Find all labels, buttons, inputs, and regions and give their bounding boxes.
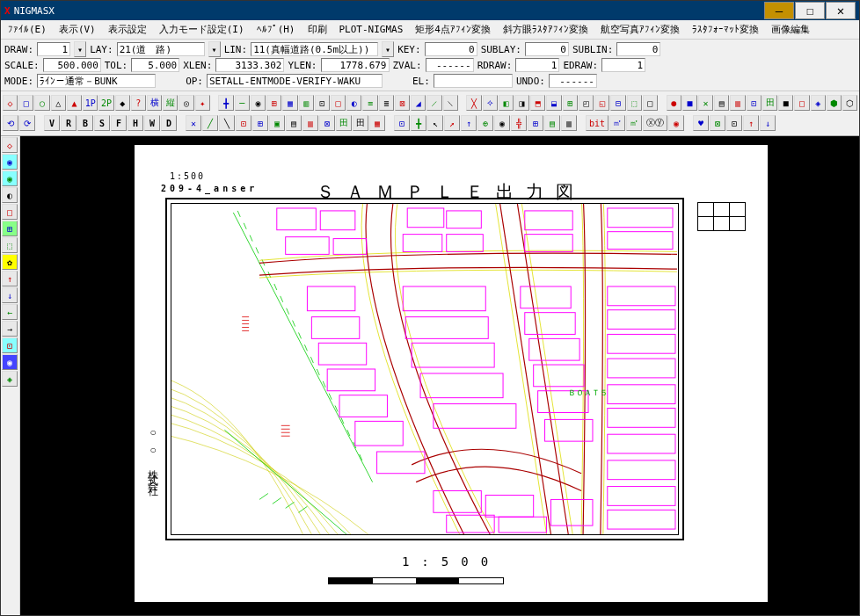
tool-r1-42[interactable]: ✕	[698, 95, 713, 111]
tool-r1-48[interactable]: □	[794, 95, 809, 111]
tool-r1-10[interactable]: 縦	[163, 95, 178, 111]
tool-r1-32[interactable]: ⬒	[530, 95, 545, 111]
tool-r2-28[interactable]: ♥	[693, 115, 709, 131]
menu-5[interactable]: 印刷	[304, 21, 331, 38]
tool-r2-20[interactable]: ⊞	[528, 115, 543, 131]
menu-2[interactable]: 表示設定	[105, 21, 150, 38]
minimize-button[interactable]: —	[764, 2, 794, 19]
tool-r1-24[interactable]: ⊠	[395, 95, 410, 111]
sidetool-13[interactable]: ◉	[2, 354, 18, 370]
sidetool-7[interactable]: ✿	[2, 254, 18, 270]
tool-letter-H[interactable]: H	[128, 115, 143, 131]
menu-9[interactable]: 航空写真ｱﾌｨﾝ変換	[597, 21, 683, 38]
tool-r1-14[interactable]: ─	[235, 95, 250, 111]
tool-r2-24[interactable]: ㎡	[609, 115, 625, 131]
tool-r1-34[interactable]: ⊞	[563, 95, 578, 111]
tool-r1-50[interactable]: ⬢	[827, 95, 842, 111]
tool-r2-31[interactable]: ↑	[743, 115, 759, 131]
tool-r1-47[interactable]: ■	[778, 95, 793, 111]
tool-r2-32[interactable]: ↓	[760, 115, 776, 131]
tool-r2-29[interactable]: ⊠	[710, 115, 725, 131]
tool-r1-7[interactable]: ◆	[115, 95, 130, 111]
menu-4[interactable]: ﾍﾙﾌﾟ(H)	[253, 22, 299, 37]
sidetool-5[interactable]: ⊞	[2, 221, 18, 236]
menu-1[interactable]: 表示(V)	[55, 21, 99, 38]
tool-r1-22[interactable]: ≡	[362, 95, 377, 111]
sidetool-14[interactable]: ◈	[2, 371, 18, 387]
tool-r2-27[interactable]: ◉	[668, 115, 684, 131]
tool-r2-16[interactable]: ↑	[461, 115, 477, 131]
el-field[interactable]	[434, 74, 513, 88]
tool-r2-11[interactable]: ▦	[369, 115, 385, 131]
tool-r1-41[interactable]: ■	[682, 95, 697, 111]
menu-0[interactable]: ﾌｧｲﾙ(E)	[4, 22, 50, 37]
tool-r2-0[interactable]: ✕	[186, 115, 201, 131]
sidetool-12[interactable]: ⊡	[2, 337, 18, 353]
tool-r2-5[interactable]: ▣	[269, 115, 285, 131]
edraw-field[interactable]: 1	[601, 58, 645, 72]
zval-field[interactable]: ------	[426, 58, 474, 72]
tool-r1-6[interactable]: 2P	[98, 95, 113, 111]
tool-r1-38[interactable]: ⬚	[627, 95, 642, 111]
tool-r1-31[interactable]: ◨	[514, 95, 529, 111]
tool-r1-26[interactable]: ⟋	[426, 95, 441, 111]
tool-r2-30[interactable]: ⊡	[726, 115, 742, 131]
tool-letter-S[interactable]: S	[94, 115, 110, 131]
tool-r1-9[interactable]: 横	[147, 95, 162, 111]
tool-r1-35[interactable]: ◰	[579, 95, 594, 111]
menu-10[interactable]: ﾗｽﾀﾌｫｰﾏｯﾄ変換	[689, 21, 762, 38]
tool-r1-27[interactable]: ⟍	[443, 95, 458, 111]
sublay-field[interactable]: 0	[525, 42, 569, 56]
tool-r1-43[interactable]: ▤	[714, 95, 729, 111]
tool-r1-12[interactable]: ✦	[195, 95, 210, 111]
tool-r2-13[interactable]: ╋	[411, 115, 426, 131]
tool-r1-16[interactable]: ⊞	[266, 95, 281, 111]
mode-field[interactable]: ﾗｲﾝ－通常－BUNK	[37, 74, 156, 88]
menu-7[interactable]: 矩形4点ｱﾌｨﾝ変換	[412, 21, 494, 38]
tool-r2-12[interactable]: ⊡	[394, 115, 410, 131]
tool-letter-W[interactable]: W	[144, 115, 160, 131]
tool-r2-17[interactable]: ⊕	[477, 115, 493, 131]
tool-r2-18[interactable]: ◉	[494, 115, 510, 131]
tool-nav-0[interactable]: ⟲	[3, 115, 18, 131]
tool-r2-9[interactable]: 田	[336, 115, 352, 131]
tool-r1-21[interactable]: ◐	[346, 95, 361, 111]
tool-r1-33[interactable]: ⬓	[546, 95, 561, 111]
sidetool-11[interactable]: →	[2, 321, 18, 337]
tool-r1-28[interactable]: ╳	[466, 95, 481, 111]
tool-letter-R[interactable]: R	[61, 115, 77, 131]
tool-letter-F[interactable]: F	[111, 115, 127, 131]
menu-6[interactable]: PLOT-NIGMAS	[336, 22, 407, 37]
tool-r2-7[interactable]: ▥	[302, 115, 318, 131]
tool-r1-20[interactable]: □	[331, 95, 346, 111]
lin-field[interactable]: 11(真幅道路(0.5m以上))	[251, 42, 378, 56]
scale-field[interactable]: 500.000	[43, 58, 101, 72]
tool-r2-25[interactable]: ㎡	[626, 115, 642, 131]
tool-r1-8[interactable]: ?	[131, 95, 146, 111]
tool-r1-0[interactable]: ◇	[3, 95, 18, 111]
tool-letter-V[interactable]: V	[44, 115, 60, 131]
tool-r1-19[interactable]: ⊡	[315, 95, 330, 111]
key-field[interactable]: 0	[425, 42, 477, 56]
tool-r2-21[interactable]: ▤	[544, 115, 560, 131]
tool-r1-11[interactable]: ◎	[179, 95, 193, 111]
sidetool-10[interactable]: ←	[2, 304, 18, 320]
close-button[interactable]: ✕	[826, 2, 856, 19]
xlen-field[interactable]: 3133.302	[215, 58, 284, 72]
menu-11[interactable]: 画像編集	[768, 21, 813, 38]
tool-r1-15[interactable]: ◉	[251, 95, 266, 111]
sidetool-3[interactable]: ◐	[2, 187, 18, 203]
tool-r2-19[interactable]: ╬	[511, 115, 527, 131]
tool-r1-13[interactable]: ╋	[218, 95, 233, 111]
tool-r2-22[interactable]: ▥	[561, 115, 577, 131]
tool-r1-23[interactable]: ≣	[379, 95, 394, 111]
sidetool-0[interactable]: ◇	[2, 137, 18, 153]
dropdown-icon[interactable]: ▾	[382, 41, 394, 57]
tool-r1-44[interactable]: ▥	[730, 95, 745, 111]
maximize-button[interactable]: ☐	[795, 2, 825, 19]
dropdown-icon[interactable]: ▾	[74, 41, 86, 57]
tool-r1-4[interactable]: ▲	[67, 95, 82, 111]
tool-r2-2[interactable]: ╲	[219, 115, 235, 131]
tool-r1-37[interactable]: ⊟	[610, 95, 625, 111]
menu-3[interactable]: 入力モード設定(I)	[156, 21, 248, 38]
